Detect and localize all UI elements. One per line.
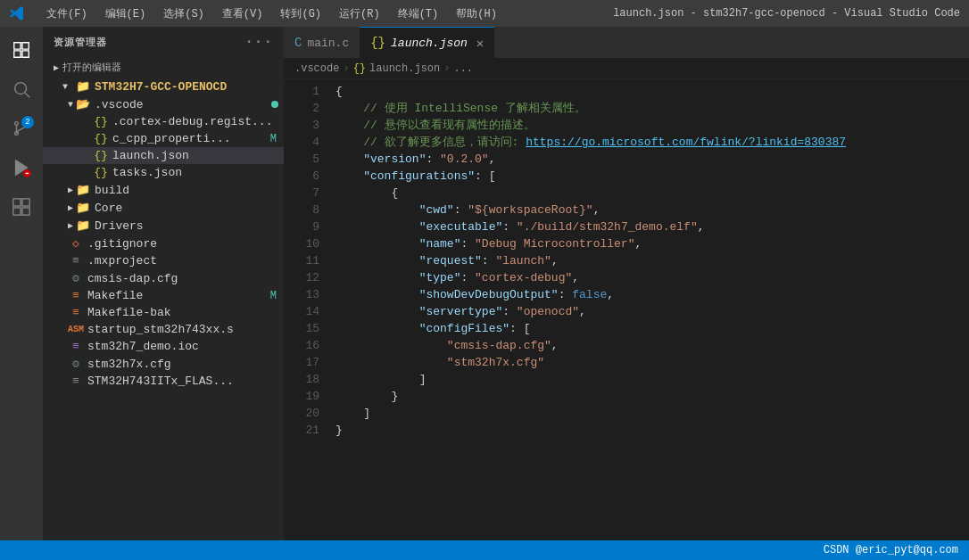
sidebar-more-button[interactable]: ··· [244, 34, 273, 50]
launch-json-item[interactable]: {} launch.json [43, 147, 284, 164]
code-content[interactable]: { // 使用 IntelliSense 了解相关属性。 // 悬停以查看现有属… [328, 79, 969, 540]
cpp-properties-icon: {} [93, 132, 109, 145]
code-line-15: "configFiles": [ [335, 320, 969, 337]
vscode-folder-label: .vscode [95, 98, 271, 111]
core-folder-arrow: ▶ [68, 202, 73, 213]
code-line-9: "executable": "./build/stm32h7_demo.elf"… [335, 218, 969, 235]
sidebar-header: 资源管理器 ··· [43, 27, 284, 57]
tab-launch-json-label: launch.json [391, 37, 468, 50]
core-folder-item[interactable]: ▶ 📁 Core [43, 199, 284, 217]
flash-label: STM32H743IITx_FLAS... [87, 375, 284, 388]
core-folder-label: Core [95, 202, 284, 215]
menu-select[interactable]: 选择(S) [156, 4, 211, 23]
flash-item[interactable]: ≡ STM32H743IITx_FLAS... [43, 373, 284, 390]
build-folder-item[interactable]: ▶ 📁 build [43, 181, 284, 199]
title-bar-left: 文件(F) 编辑(E) 选择(S) 查看(V) 转到(G) 运行(R) 终端(T… [9, 4, 504, 23]
build-folder-icon: 📁 [75, 183, 91, 197]
tasks-json-item[interactable]: {} tasks.json [43, 164, 284, 181]
svg-point-4 [15, 122, 19, 126]
menu-goto[interactable]: 转到(G) [273, 4, 328, 23]
code-line-19: } [335, 388, 969, 405]
code-line-5: "version": "0.2.0", [335, 151, 969, 168]
activity-run-debug[interactable] [5, 152, 37, 184]
ioc-icon: ≡ [68, 340, 84, 353]
stm32-cfg-item[interactable]: ⚙ stm32h7x.cfg [43, 355, 284, 373]
vscode-logo-icon [9, 5, 25, 21]
window-title: launch.json - stm32h7-gcc-openocd - Visu… [613, 7, 960, 20]
code-line-12: "type": "cortex-debug", [335, 269, 969, 286]
menu-run[interactable]: 运行(R) [332, 4, 387, 23]
code-line-10: "name": "Debug Microcontroller", [335, 235, 969, 252]
makefile-label: Makefile [87, 289, 270, 302]
ioc-label: stm32h7_demo.ioc [87, 340, 284, 353]
menu-file[interactable]: 文件(F) [39, 4, 95, 23]
editor-area: C main.c {} launch.json ✕ .vscode › {} l… [284, 27, 969, 540]
code-line-7: { [335, 185, 969, 202]
main-layout: 2 资源管理器 ··· ▶ 打开的编辑器 [0, 27, 969, 540]
tab-main-c[interactable]: C main.c [284, 27, 360, 58]
svg-rect-12 [22, 208, 29, 215]
code-line-21: } [335, 422, 969, 439]
cmsis-dap-icon: ⚙ [68, 271, 84, 285]
breadcrumb-sep2: › [443, 62, 450, 75]
breadcrumb-dots[interactable]: ... [453, 62, 473, 75]
code-line-18: ] [335, 371, 969, 388]
makefile-bak-icon: ≡ [68, 306, 84, 319]
vscode-folder-item[interactable]: ▼ 📂 .vscode [43, 95, 284, 113]
startup-asm-item[interactable]: ASM startup_stm32h743xx.s [43, 321, 284, 338]
cpp-properties-item[interactable]: {} c_cpp_properti... M [43, 130, 284, 147]
vscode-modified-dot [271, 101, 278, 108]
makefile-item[interactable]: ≡ Makefile M [43, 287, 284, 304]
makefile-bak-item[interactable]: ≡ Makefile-bak [43, 304, 284, 321]
ioc-item[interactable]: ≡ stm32h7_demo.ioc [43, 338, 284, 355]
code-line-11: "request": "launch", [335, 252, 969, 269]
drivers-folder-arrow: ▶ [68, 220, 73, 231]
makefile-bak-label: Makefile-bak [87, 306, 284, 319]
tab-main-c-icon: C [294, 36, 302, 50]
breadcrumb-vscode[interactable]: .vscode [294, 62, 339, 75]
makefile-icon: ≡ [68, 289, 84, 302]
open-editors-label: 打开的编辑器 [62, 61, 121, 74]
activity-search[interactable] [5, 73, 37, 105]
code-line-8: "cwd": "${workspaceRoot}", [335, 202, 969, 218]
build-folder-label: build [95, 184, 284, 197]
activity-bar: 2 [0, 27, 43, 540]
drivers-folder-item[interactable]: ▶ 📁 Drivers [43, 217, 284, 235]
code-line-2: // 使用 IntelliSense 了解相关属性。 [335, 100, 969, 117]
startup-asm-label: startup_stm32h743xx.s [87, 323, 284, 336]
mxproject-item[interactable]: ≡ .mxproject [43, 252, 284, 269]
launch-json-icon: {} [93, 149, 109, 162]
svg-rect-11 [13, 208, 21, 215]
activity-source-control[interactable]: 2 [5, 112, 37, 144]
tab-launch-json-close[interactable]: ✕ [476, 36, 484, 51]
activity-extensions[interactable] [5, 191, 37, 223]
breadcrumb: .vscode › {} launch.json › ... [284, 58, 969, 79]
root-folder-item[interactable]: ▼ 📁 STM32H7-GCC-OPENOCD [43, 78, 284, 95]
root-folder-icon: 📁 [75, 79, 91, 94]
menu-edit[interactable]: 编辑(E) [98, 4, 153, 23]
mxproject-icon: ≡ [68, 254, 84, 268]
cmsis-dap-item[interactable]: ⚙ cmsis-dap.cfg [43, 269, 284, 287]
startup-asm-icon: ASM [68, 325, 84, 334]
menu-help[interactable]: 帮助(H) [449, 4, 504, 23]
breadcrumb-sep1: › [343, 62, 349, 75]
root-folder-label: STM32H7-GCC-OPENOCD [95, 80, 284, 94]
menu-view[interactable]: 查看(V) [215, 4, 270, 23]
tab-main-c-label: main.c [307, 37, 349, 50]
svg-point-0 [15, 83, 27, 95]
svg-line-1 [25, 93, 29, 97]
gitignore-item[interactable]: ◇ .gitignore [43, 235, 284, 252]
code-line-14: "servertype": "openocd", [335, 303, 969, 320]
menu-terminal[interactable]: 终端(T) [391, 4, 446, 23]
code-line-13: "showDevDebugOutput": false, [335, 286, 969, 303]
activity-explorer[interactable] [5, 34, 37, 66]
stm32-cfg-icon: ⚙ [68, 357, 84, 371]
breadcrumb-launch[interactable]: launch.json [369, 62, 440, 75]
tab-launch-json-icon: {} [370, 36, 385, 50]
code-line-6: "configurations": [ [335, 168, 969, 185]
tasks-json-label: tasks.json [112, 166, 284, 179]
vscode-folder-icon: 📂 [75, 97, 91, 111]
tab-launch-json[interactable]: {} launch.json ✕ [360, 27, 494, 58]
open-editors-section[interactable]: ▶ 打开的编辑器 [43, 57, 284, 78]
cortex-debug-item[interactable]: {} .cortex-debug.regist... [43, 113, 284, 130]
